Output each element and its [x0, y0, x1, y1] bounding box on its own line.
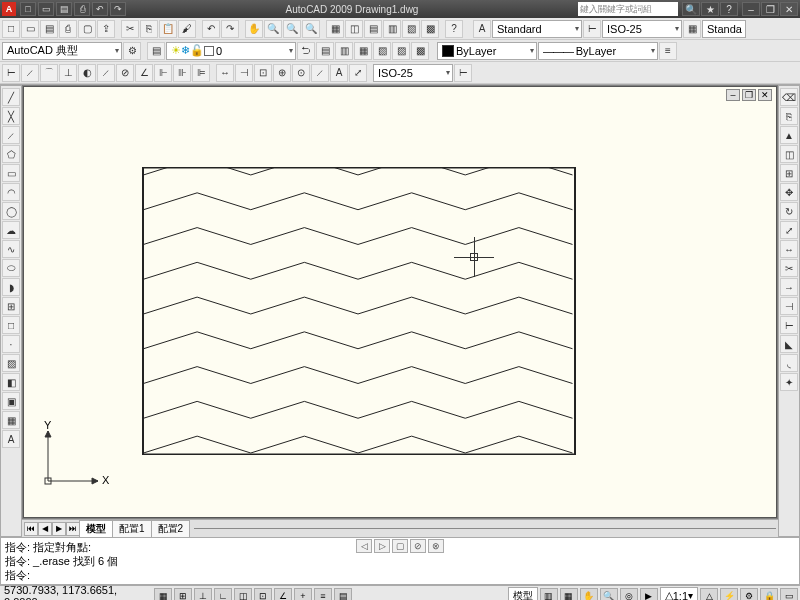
command-prompt[interactable]: 指令:	[5, 568, 795, 582]
point-icon[interactable]: ·	[2, 335, 20, 353]
help-icon[interactable]: ?	[445, 20, 463, 38]
search-icon[interactable]: 🔍	[682, 2, 700, 16]
zoom-previous-icon[interactable]: 🔍	[302, 20, 320, 38]
polar-toggle[interactable]: ∟	[214, 588, 232, 601]
zoom-realtime-icon[interactable]: 🔍	[264, 20, 282, 38]
offset-icon[interactable]: ◫	[780, 145, 798, 163]
ellipsearc-icon[interactable]: ◗	[2, 278, 20, 296]
dimstyle-current-dropdown[interactable]: ISO-25 ▾	[373, 64, 453, 82]
dim-ordinate-icon[interactable]: ⊥	[59, 64, 77, 82]
dimedit-icon[interactable]: A	[330, 64, 348, 82]
nav-prev-icon[interactable]: ◁	[356, 539, 372, 553]
makeblock-icon[interactable]: □	[2, 316, 20, 334]
nav-stop-icon[interactable]: ⊘	[410, 539, 426, 553]
model-space-button[interactable]: 模型	[508, 587, 538, 601]
matchprop-icon[interactable]: 🖌	[178, 20, 196, 38]
qat-undo-icon[interactable]: ↶	[92, 2, 108, 16]
erase-icon[interactable]: ⌫	[780, 88, 798, 106]
sheetset-icon[interactable]: ▥	[383, 20, 401, 38]
lwt-toggle[interactable]: ≡	[314, 588, 332, 601]
dim-radius-icon[interactable]: ◐	[78, 64, 96, 82]
tablestyle-icon[interactable]: ▦	[683, 20, 701, 38]
zoom-status-icon[interactable]: 🔍	[600, 588, 618, 601]
dim-continue-icon[interactable]: ⊫	[192, 64, 210, 82]
quickview-drawings-icon[interactable]: ▦	[560, 588, 578, 601]
qat-new-icon[interactable]: □	[20, 2, 36, 16]
maximize-button[interactable]: ❐	[761, 2, 779, 16]
pan-status-icon[interactable]: ✋	[580, 588, 598, 601]
stretch-icon[interactable]: ↔	[780, 240, 798, 258]
nav-play-icon[interactable]: ▷	[374, 539, 390, 553]
open-icon[interactable]: ▭	[21, 20, 39, 38]
dimstyle-icon[interactable]: ⊢	[583, 20, 601, 38]
quickview-layouts-icon[interactable]: ▥	[540, 588, 558, 601]
insertblock-icon[interactable]: ⊞	[2, 297, 20, 315]
clean-screen-icon[interactable]: ▭	[780, 588, 798, 601]
favorite-icon[interactable]: ★	[701, 2, 719, 16]
plot-icon[interactable]: ⎙	[59, 20, 77, 38]
osnap-toggle[interactable]: ◫	[234, 588, 252, 601]
paste-icon[interactable]: 📋	[159, 20, 177, 38]
zoom-window-icon[interactable]: 🔍	[283, 20, 301, 38]
tab-prev-icon[interactable]: ◀	[38, 522, 52, 536]
steering-wheel-icon[interactable]: ◎	[620, 588, 638, 601]
grid-toggle[interactable]: ⊞	[174, 588, 192, 601]
new-icon[interactable]: □	[2, 20, 20, 38]
dimstyle-manager-icon[interactable]: ⊢	[454, 64, 472, 82]
circle-icon[interactable]: ◯	[2, 202, 20, 220]
nav-close-icon[interactable]: ⊗	[428, 539, 444, 553]
pan-icon[interactable]: ✋	[245, 20, 263, 38]
dim-baseline-icon[interactable]: ⊪	[173, 64, 191, 82]
rotate-icon[interactable]: ↻	[780, 202, 798, 220]
table-style-dropdown[interactable]: Standa	[702, 20, 746, 38]
color-dropdown[interactable]: ByLayer ▾	[437, 42, 537, 60]
qat-open-icon[interactable]: ▭	[38, 2, 54, 16]
minimize-button[interactable]: –	[742, 2, 760, 16]
layer-freeze-icon[interactable]: ▦	[354, 42, 372, 60]
dim-space-icon[interactable]: ↔	[216, 64, 234, 82]
extend-icon[interactable]: →	[780, 278, 798, 296]
dim-break-icon[interactable]: ⊣	[235, 64, 253, 82]
dim-quick-icon[interactable]: ⊩	[154, 64, 172, 82]
preview-icon[interactable]: ▢	[78, 20, 96, 38]
mirror-icon[interactable]: ▲	[780, 126, 798, 144]
toolpalette-icon[interactable]: ▤	[364, 20, 382, 38]
snap-toggle[interactable]: ▦	[154, 588, 172, 601]
linetype-dropdown[interactable]: ——— ByLayer ▾	[538, 42, 658, 60]
jogline-icon[interactable]: ⟋	[311, 64, 329, 82]
fillet-icon[interactable]: ◟	[780, 354, 798, 372]
arc-icon[interactable]: ◠	[2, 183, 20, 201]
gradient-icon[interactable]: ◧	[2, 373, 20, 391]
explode-icon[interactable]: ✦	[780, 373, 798, 391]
dyn-toggle[interactable]: +	[294, 588, 312, 601]
cut-icon[interactable]: ✂	[121, 20, 139, 38]
hatch-icon[interactable]: ▨	[2, 354, 20, 372]
designcenter-icon[interactable]: ◫	[345, 20, 363, 38]
tab-next-icon[interactable]: ▶	[52, 522, 66, 536]
tab-layout2[interactable]: 配置2	[151, 520, 191, 537]
scale-icon[interactable]: ⤢	[780, 221, 798, 239]
doc-minimize-button[interactable]: –	[726, 89, 740, 101]
markup-icon[interactable]: ▧	[402, 20, 420, 38]
spline-icon[interactable]: ∿	[2, 240, 20, 258]
qp-toggle[interactable]: ▤	[334, 588, 352, 601]
properties-icon[interactable]: ▦	[326, 20, 344, 38]
workspace-dropdown[interactable]: AutoCAD 典型 ▾	[2, 42, 122, 60]
coordinates-display[interactable]: 5730.7933, 1173.6651, 0.0000	[2, 584, 152, 601]
layer-off-icon[interactable]: ▧	[373, 42, 391, 60]
table-icon[interactable]: ▦	[2, 411, 20, 429]
layer-unlock-icon[interactable]: ▩	[411, 42, 429, 60]
tab-layout1[interactable]: 配置1	[112, 520, 152, 537]
command-window[interactable]: ◁ ▷ ▢ ⊘ ⊗ 指令: 指定對角點: 指令: _.erase 找到 6 個 …	[0, 537, 800, 585]
ortho-toggle[interactable]: ⊥	[194, 588, 212, 601]
help-icon[interactable]: ?	[720, 2, 738, 16]
layer-prev-icon[interactable]: ⮌	[297, 42, 315, 60]
qat-redo-icon[interactable]: ↷	[110, 2, 126, 16]
dim-jogged-icon[interactable]: ⟋	[97, 64, 115, 82]
dim-arc-icon[interactable]: ⌒	[40, 64, 58, 82]
otrack-toggle[interactable]: ⊡	[254, 588, 272, 601]
layer-match-icon[interactable]: ▤	[316, 42, 334, 60]
dim-diameter-icon[interactable]: ⊘	[116, 64, 134, 82]
centermark-icon[interactable]: ⊕	[273, 64, 291, 82]
qat-save-icon[interactable]: ▤	[56, 2, 72, 16]
